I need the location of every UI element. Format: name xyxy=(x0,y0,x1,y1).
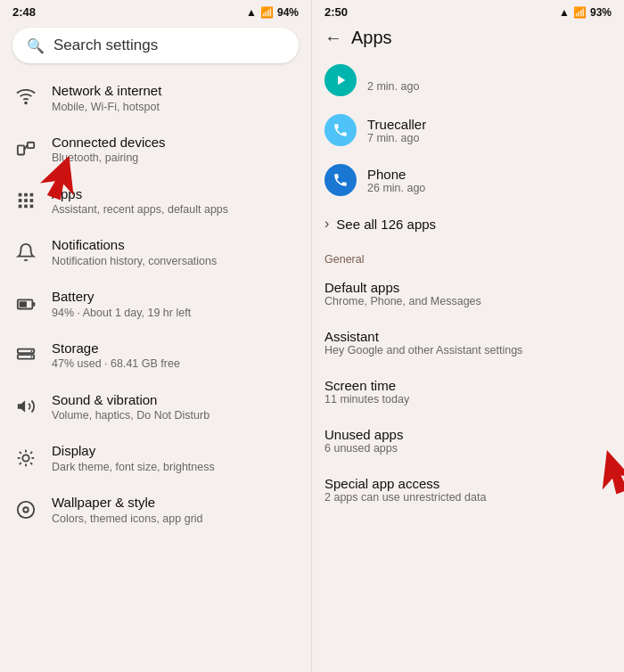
settings-item-network[interactable]: Network & internet Mobile, Wi-Fi, hotspo… xyxy=(0,72,311,124)
notifications-text: Notifications Notification history, conv… xyxy=(52,236,299,268)
wallpaper-title: Wallpaper & style xyxy=(52,494,299,512)
settings-item-storage[interactable]: Storage 47% used · 68.41 GB free xyxy=(0,330,311,381)
display-subtitle: Dark theme, font size, brightness xyxy=(52,460,299,474)
wallpaper-subtitle: Colors, themed icons, app grid xyxy=(52,512,299,526)
svg-line-27 xyxy=(30,463,32,464)
left-time: 2:48 xyxy=(12,5,36,19)
settings-item-battery[interactable]: Battery 94% · About 1 day, 19 hr left xyxy=(0,278,311,330)
settings-item-wallpaper[interactable]: Wallpaper & style Colors, themed icons, … xyxy=(0,484,311,536)
settings-item-display[interactable]: Display Dark theme, font size, brightnes… xyxy=(0,432,311,484)
svg-marker-32 xyxy=(338,76,345,86)
svg-point-18 xyxy=(31,350,33,352)
sound-icon xyxy=(12,393,39,420)
svg-point-19 xyxy=(31,356,33,357)
svg-rect-15 xyxy=(20,301,27,307)
svg-rect-1 xyxy=(18,145,24,154)
assistant-item[interactable]: Assistant Hey Google and other Assistant… xyxy=(312,318,624,367)
settings-item-sound[interactable]: Sound & vibration Volume, haptics, Do No… xyxy=(0,381,311,433)
battery-settings-icon xyxy=(12,291,39,317)
settings-list: Network & internet Mobile, Wi-Fi, hotspo… xyxy=(0,72,311,672)
signal-bars-icon: 📶 xyxy=(260,6,274,19)
battery-subtitle: 94% · About 1 day, 19 hr left xyxy=(52,306,299,320)
network-subtitle: Mobile, Wi-Fi, hotspot xyxy=(52,100,299,114)
left-status-bar: 2:48 ▲ 📶 94% xyxy=(0,0,311,22)
svg-marker-20 xyxy=(18,401,25,413)
left-status-icons: ▲ 📶 94% xyxy=(246,6,299,19)
recent-app-truecaller[interactable]: Truecaller 7 min. ago xyxy=(312,105,624,155)
svg-rect-5 xyxy=(24,193,28,197)
search-placeholder: Search settings xyxy=(53,37,158,54)
apps-title: Apps xyxy=(351,28,392,48)
phone-text: Phone 26 min. ago xyxy=(367,167,425,194)
see-all-apps[interactable]: › See all 126 apps xyxy=(312,205,624,242)
sound-title: Sound & vibration xyxy=(52,391,299,409)
svg-line-29 xyxy=(30,452,32,454)
truecaller-name: Truecaller xyxy=(367,117,426,132)
connected-title: Connected devices xyxy=(52,134,299,152)
battery-title: Battery xyxy=(52,288,299,306)
settings-item-connected[interactable]: Connected devices Bluetooth, pairing xyxy=(0,124,311,176)
search-bar[interactable]: 🔍 Search settings xyxy=(12,28,299,63)
svg-rect-11 xyxy=(24,205,28,209)
phone-name: Phone xyxy=(367,167,425,182)
notifications-title: Notifications xyxy=(52,236,299,254)
svg-rect-12 xyxy=(30,205,34,209)
search-bar-container[interactable]: 🔍 Search settings xyxy=(0,22,311,72)
general-section-header: General xyxy=(312,242,624,269)
screen-time-title: Screen time xyxy=(324,378,612,393)
truecaller-text: Truecaller 7 min. ago xyxy=(367,117,426,144)
network-text: Network & internet Mobile, Wi-Fi, hotspo… xyxy=(52,82,299,114)
svg-point-31 xyxy=(23,507,29,512)
special-app-access-item[interactable]: Special app access 2 apps can use unrest… xyxy=(312,465,624,514)
svg-rect-2 xyxy=(28,142,34,147)
back-button[interactable]: ← xyxy=(324,28,342,48)
svg-rect-8 xyxy=(24,200,28,203)
app-name-1 xyxy=(367,68,419,80)
truecaller-time: 7 min. ago xyxy=(367,132,426,144)
recent-app-1[interactable]: 2 min. ago xyxy=(312,55,624,105)
apps-list: 2 min. ago Truecaller 7 min. ago xyxy=(312,55,624,672)
connected-subtitle: Bluetooth, pairing xyxy=(52,151,299,165)
unused-apps-item[interactable]: Unused apps 6 unused apps xyxy=(312,416,624,465)
svg-line-28 xyxy=(20,463,21,464)
right-time: 2:50 xyxy=(324,5,348,19)
right-wifi-icon: ▲ xyxy=(559,6,570,19)
storage-subtitle: 47% used · 68.41 GB free xyxy=(52,356,299,371)
wallpaper-icon xyxy=(12,496,39,523)
notifications-icon xyxy=(12,239,39,266)
svg-point-0 xyxy=(25,102,27,103)
recent-app-phone[interactable]: Phone 26 min. ago xyxy=(312,155,624,205)
app-time-1: 2 min. ago xyxy=(367,80,419,93)
special-app-access-title: Special app access xyxy=(324,476,612,491)
default-apps-subtitle: Chrome, Phone, and Messages xyxy=(324,295,612,307)
right-status-bar: 2:50 ▲ 📶 93% xyxy=(312,0,624,22)
settings-item-apps[interactable]: Apps Assistant, recent apps, default app… xyxy=(0,176,311,227)
svg-rect-9 xyxy=(30,200,34,203)
display-text: Display Dark theme, font size, brightnes… xyxy=(52,442,299,474)
display-icon xyxy=(12,445,39,471)
svg-rect-4 xyxy=(19,193,22,197)
svg-rect-10 xyxy=(19,205,22,209)
storage-text: Storage 47% used · 68.41 GB free xyxy=(52,340,299,372)
search-icon: 🔍 xyxy=(27,37,45,54)
see-all-text: See all 126 apps xyxy=(336,217,436,232)
app-text-1: 2 min. ago xyxy=(367,68,419,93)
connected-text: Connected devices Bluetooth, pairing xyxy=(52,134,299,166)
svg-line-26 xyxy=(20,452,21,454)
settings-item-notifications[interactable]: Notifications Notification history, conv… xyxy=(0,226,311,278)
default-apps-item[interactable]: Default apps Chrome, Phone, and Messages xyxy=(312,269,624,318)
network-title: Network & internet xyxy=(52,82,299,100)
app-icon-1 xyxy=(324,64,357,96)
screen-time-item[interactable]: Screen time 11 minutes today xyxy=(312,367,624,416)
svg-point-30 xyxy=(18,502,34,518)
apps-text: Apps Assistant, recent apps, default app… xyxy=(52,185,299,217)
storage-title: Storage xyxy=(52,340,299,357)
svg-point-21 xyxy=(22,455,29,461)
truecaller-icon xyxy=(324,114,357,146)
default-apps-title: Default apps xyxy=(324,280,612,295)
svg-rect-7 xyxy=(19,200,22,203)
unused-apps-title: Unused apps xyxy=(324,427,612,442)
right-panel: 2:50 ▲ 📶 93% ← Apps 2 min. ag xyxy=(312,0,624,672)
notifications-subtitle: Notification history, conversations xyxy=(52,254,299,268)
wallpaper-text: Wallpaper & style Colors, themed icons, … xyxy=(52,494,299,526)
